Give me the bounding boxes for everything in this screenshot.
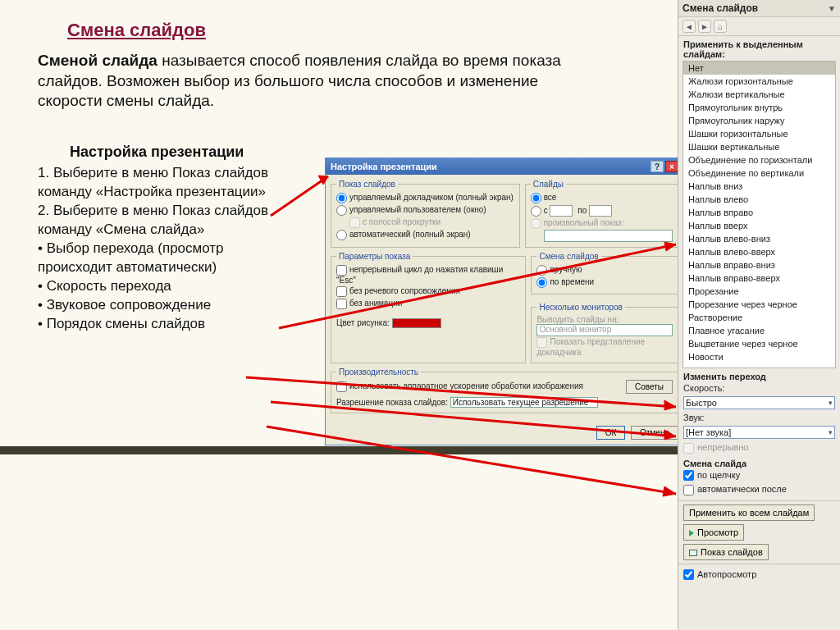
transition-option[interactable]: Прорезание <box>683 285 835 298</box>
loop-label: непрерывно <box>697 442 748 452</box>
pen-color-row: Цвет рисунка: <box>336 318 520 328</box>
pane-nav: ◄ ► ⌂ <box>678 17 840 36</box>
step-1: 1. Выберите в меню Показ слайдов команду… <box>38 164 284 202</box>
bullet-order: • Порядок смены слайдов <box>38 315 284 334</box>
pane-title: Смена слайдов <box>682 2 758 14</box>
autopreview-checkbox[interactable] <box>683 569 694 580</box>
speed-select[interactable]: Быстро▾ <box>683 396 835 409</box>
screen-icon <box>689 550 697 556</box>
transition-option[interactable]: Прямоугольник внутрь <box>683 101 835 114</box>
step-2: 2. Выберите в меню Показ слайдов команду… <box>38 202 284 240</box>
slideshow-button[interactable]: Показ слайдов <box>683 544 769 560</box>
chk-hw-accel[interactable]: использовать аппаратное ускорение обрабо… <box>336 381 583 393</box>
advance-label: Смена слайда <box>678 455 840 468</box>
radio-presenter[interactable]: управляемый докладчиком (полный экран) <box>336 192 514 204</box>
preview-button[interactable]: Просмотр <box>683 524 744 541</box>
legend-slides: Слайды <box>531 180 566 189</box>
chevron-down-icon: ▾ <box>829 428 833 436</box>
back-icon[interactable]: ◄ <box>682 20 696 33</box>
radio-manual[interactable]: вручную <box>536 264 673 276</box>
radio-auto[interactable]: автоматический (полный экран) <box>336 229 514 241</box>
chk-no-anim[interactable]: без анимации <box>336 298 520 310</box>
auto-after-checkbox[interactable] <box>683 485 694 495</box>
transition-option[interactable]: Наплыв влево-вниз <box>683 232 835 245</box>
res-label: Разрешение показа слайдов: <box>336 398 448 407</box>
intro-bold: Сменой слайда <box>38 52 158 69</box>
on-click-checkbox[interactable] <box>683 470 694 481</box>
transition-option[interactable]: Новости <box>683 350 835 363</box>
decor-bar <box>0 446 678 454</box>
pane-menu-icon[interactable]: ▼ <box>828 4 836 13</box>
home-icon[interactable]: ⌂ <box>714 20 727 33</box>
transition-option[interactable]: Шашки вертикальные <box>683 140 835 153</box>
slideshow-settings-dialog: Настройка презентации ? × Показ слайдов … <box>325 158 684 445</box>
bullet-transition: • Выбор перехода (просмотр происходит ав… <box>38 240 284 277</box>
legend-show: Показ слайдов <box>336 180 398 189</box>
transition-option[interactable]: Прорезание через черное <box>683 298 835 311</box>
radio-user[interactable]: управляемый пользователем (окно) <box>336 204 514 217</box>
transition-option[interactable]: Прямоугольник наружу <box>683 114 835 127</box>
chk-loop[interactable]: непрерывный цикл до нажатия клавиши "Esc… <box>336 264 520 285</box>
speed-label: Скорость: <box>683 383 729 393</box>
dialog-titlebar[interactable]: Настройка презентации ? × <box>326 158 683 175</box>
apply-all-button[interactable]: Применить ко всем слайдам <box>683 504 815 521</box>
transition-option[interactable]: Наплыв вправо-вверх <box>683 272 835 285</box>
ok-button[interactable]: ОК <box>596 426 626 440</box>
legend-params: Параметры показа <box>336 252 413 261</box>
transition-option[interactable]: Объединение по вертикали <box>683 167 835 180</box>
transition-option[interactable]: Выцветание через черное <box>683 337 835 350</box>
chevron-down-icon: ▾ <box>829 399 833 407</box>
transition-list[interactable]: НетЖалюзи горизонтальныеЖалюзи вертикаль… <box>682 61 836 368</box>
on-click-label: по щелчку <box>697 470 740 480</box>
sound-label: Звук: <box>683 413 729 422</box>
page-title: Смена слайдов <box>67 20 206 41</box>
legend-change: Смена слайдов <box>536 252 600 261</box>
loop-checkbox <box>683 443 694 454</box>
custom-show-select <box>544 230 673 242</box>
forward-icon[interactable]: ► <box>698 20 711 33</box>
radio-all-slides[interactable]: все <box>531 192 673 204</box>
section-subtitle: Настройка презентации <box>70 144 244 161</box>
transition-option[interactable]: Наплыв вверх <box>683 219 835 232</box>
transition-option[interactable]: Растворение <box>683 311 835 324</box>
play-icon <box>689 530 694 536</box>
intro-paragraph: Сменой слайда называется способ появлени… <box>38 51 579 112</box>
chk-scrollbar: с полосой прокрутки <box>336 217 514 229</box>
transition-option[interactable]: Наплыв вправо-вниз <box>683 258 835 272</box>
transition-option[interactable]: Жалюзи горизонтальные <box>683 75 835 88</box>
group-slides: Слайды все с по произвольный показ: <box>525 180 678 248</box>
transition-option[interactable]: Шашки горизонтальные <box>683 127 835 140</box>
autopreview-label: Автопросмотр <box>697 569 756 579</box>
transition-option[interactable]: Плавное угасание <box>683 324 835 337</box>
pen-color-picker[interactable] <box>392 318 441 328</box>
help-icon[interactable]: ? <box>651 161 664 172</box>
legend-monitors: Несколько мониторов <box>536 303 625 312</box>
to-input[interactable] <box>589 205 612 217</box>
tips-button[interactable]: Советы <box>626 380 673 394</box>
group-advance: Смена слайдов вручную по времени <box>531 252 678 294</box>
close-icon[interactable]: × <box>665 161 678 172</box>
transition-option[interactable]: Жалюзи вертикальные <box>683 88 835 101</box>
from-input[interactable] <box>550 205 573 217</box>
transition-option[interactable]: Наплыв влево <box>683 193 835 206</box>
pane-header[interactable]: Смена слайдов ▼ <box>678 0 840 17</box>
auto-after-label: автоматически после <box>697 484 787 494</box>
transition-option[interactable]: Наплыв влево-вверх <box>683 245 835 258</box>
monitors-label: Выводить слайды на: <box>536 315 673 324</box>
transition-option[interactable]: Наплыв вправо <box>683 206 835 219</box>
cancel-button[interactable]: Отмена <box>631 426 678 440</box>
dialog-title: Настройка презентации <box>331 162 437 171</box>
resolution-select[interactable]: Использовать текущее разрешение <box>450 397 598 408</box>
transition-option[interactable]: Объединение по горизонтали <box>683 153 835 167</box>
sound-select[interactable]: [Нет звука]▾ <box>683 426 835 439</box>
transition-option[interactable]: Нет <box>683 62 835 75</box>
radio-custom: произвольный показ: <box>531 217 673 230</box>
modify-label: Изменить переход <box>678 368 840 381</box>
radio-range[interactable]: с по <box>531 204 673 217</box>
chk-no-narration[interactable]: без речевого сопровождения <box>336 285 520 298</box>
radio-timed[interactable]: по времени <box>536 276 673 289</box>
bullet-sound: • Звуковое сопровождение <box>38 296 284 315</box>
group-monitors: Несколько мониторов Выводить слайды на: … <box>531 303 678 363</box>
group-performance: Производительность использовать аппаратн… <box>331 368 678 413</box>
transition-option[interactable]: Наплыв вниз <box>683 180 835 193</box>
